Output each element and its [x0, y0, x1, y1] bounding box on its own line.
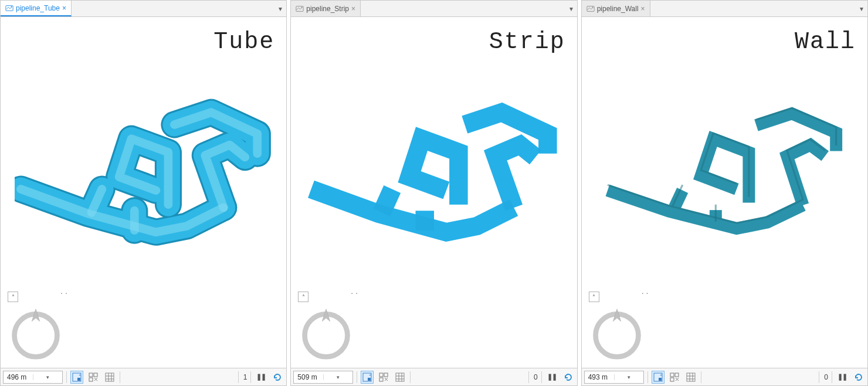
loading-indicator: ·· — [642, 288, 651, 297]
svg-rect-21 — [368, 378, 371, 381]
scale-combo[interactable]: 496 m ▾ — [3, 371, 63, 384]
scene-tab[interactable]: pipeline_Wall × — [582, 1, 650, 16]
tab-spacer — [361, 1, 565, 16]
scene-viewport[interactable]: Tube ˄ ·· — [1, 17, 286, 368]
chevron-down-icon: ▾ — [323, 374, 352, 380]
scale-combo[interactable]: 493 m ▾ — [584, 371, 644, 384]
refresh-button[interactable] — [852, 371, 865, 384]
svg-text:+: + — [79, 373, 81, 377]
profile-type-label: Wall — [795, 29, 856, 55]
scene-pane: pipeline_Tube × ▾ Tube ˄ ·· 496 m ▾ + — [0, 0, 287, 386]
scene-pane: pipeline_Strip × ▾ Strip ˄ ·· 509 m ▾ + — [290, 0, 577, 386]
scale-value: 493 m — [585, 373, 614, 381]
compass-icon[interactable] — [298, 304, 354, 361]
selection-count[interactable]: 1 — [242, 373, 247, 381]
tab-label: pipeline_Tube — [16, 4, 60, 12]
refresh-button[interactable] — [562, 371, 575, 384]
tab-overflow-button[interactable]: ▾ — [856, 1, 867, 16]
selection-count-value: 0 — [824, 373, 828, 381]
selection-count[interactable]: 0 — [533, 373, 538, 381]
close-icon[interactable]: × — [62, 4, 66, 12]
chevron-down-icon: ▾ — [33, 374, 62, 380]
scale-value: 496 m — [4, 373, 33, 381]
selection-count[interactable]: 0 — [823, 373, 828, 381]
status-bar: 509 m ▾ + 0 ❚❚ — [291, 368, 577, 385]
separator — [701, 371, 701, 383]
svg-rect-41 — [675, 373, 679, 377]
svg-rect-40 — [670, 373, 674, 377]
svg-point-2 — [15, 314, 57, 357]
scale-combo[interactable]: 509 m ▾ — [293, 371, 353, 384]
svg-point-35 — [592, 6, 593, 8]
scene-icon — [5, 4, 13, 12]
scene-tab[interactable]: pipeline_Tube × — [1, 1, 72, 16]
tab-overflow-button[interactable]: ▾ — [274, 1, 286, 16]
separator — [250, 371, 251, 383]
scene-viewport[interactable]: Strip ˄ ·· — [291, 17, 577, 368]
svg-rect-24 — [384, 373, 388, 377]
snapping-button[interactable]: + — [652, 371, 664, 384]
pause-drawing-button[interactable]: ❚❚ — [836, 371, 849, 384]
svg-text:+: + — [660, 373, 662, 377]
tab-label: pipeline_Strip — [306, 5, 349, 13]
grid-button[interactable] — [394, 371, 406, 384]
grid-split-button[interactable] — [377, 371, 390, 384]
navigator-collapse-button[interactable]: ˄ — [298, 292, 308, 302]
scene-icon — [586, 5, 595, 13]
loading-indicator: ·· — [60, 288, 70, 297]
close-icon[interactable]: × — [641, 5, 645, 13]
compass-icon[interactable] — [8, 304, 64, 361]
selection-count-value: 0 — [534, 373, 538, 381]
scene-tab[interactable]: pipeline_Strip × — [291, 1, 361, 16]
separator — [647, 371, 648, 383]
status-bar: 496 m ▾ + 1 ❚❚ — [1, 368, 286, 385]
grid-button[interactable] — [103, 371, 116, 384]
svg-rect-9 — [106, 373, 114, 381]
svg-rect-26 — [396, 373, 404, 381]
separator — [120, 371, 120, 383]
scale-value: 509 m — [294, 373, 323, 381]
loading-indicator: ·· — [351, 288, 360, 297]
grid-button[interactable] — [684, 371, 697, 384]
close-icon[interactable]: × — [351, 5, 355, 13]
separator — [238, 371, 239, 383]
snapping-button[interactable]: + — [361, 371, 374, 384]
scene-pane: pipeline_Wall × ▾ Wall ˄ ·· 493 m ▾ + — [581, 0, 868, 386]
navigator-collapse-button[interactable]: ˄ — [589, 292, 599, 302]
separator — [410, 371, 411, 383]
status-bar: 493 m ▾ + 0 ❚❚ — [582, 368, 867, 385]
separator — [541, 371, 542, 383]
grid-split-button[interactable] — [87, 371, 100, 384]
navigator: ˄ ·· — [298, 292, 354, 361]
svg-rect-38 — [659, 378, 662, 381]
svg-point-1 — [11, 6, 12, 7]
separator — [832, 371, 832, 383]
separator — [528, 371, 529, 383]
svg-text:+: + — [369, 373, 371, 377]
navigator: ˄ ·· — [8, 292, 64, 361]
tab-bar: pipeline_Tube × ▾ — [1, 1, 286, 17]
tab-label: pipeline_Wall — [597, 5, 639, 13]
scene-viewport[interactable]: Wall ˄ ·· — [582, 17, 867, 368]
svg-point-36 — [595, 314, 638, 357]
tab-overflow-button[interactable]: ▾ — [565, 1, 577, 16]
grid-split-button[interactable] — [668, 371, 681, 384]
svg-rect-25 — [379, 378, 383, 381]
snapping-button[interactable]: + — [70, 371, 83, 384]
scene-icon — [296, 5, 304, 13]
pause-drawing-button[interactable]: ❚❚ — [545, 371, 558, 384]
refresh-button[interactable] — [271, 371, 284, 384]
svg-rect-4 — [77, 378, 80, 381]
svg-rect-7 — [94, 373, 97, 377]
profile-type-label: Strip — [489, 29, 565, 55]
compass-icon[interactable] — [589, 304, 645, 361]
navigator: ˄ ·· — [589, 292, 645, 361]
selection-count-value: 1 — [243, 373, 247, 381]
chevron-down-icon: ▾ — [614, 374, 643, 380]
separator — [819, 371, 819, 383]
svg-point-18 — [301, 6, 303, 8]
navigator-collapse-button[interactable]: ˄ — [8, 292, 18, 302]
svg-rect-43 — [687, 373, 695, 381]
tab-spacer — [72, 1, 274, 16]
pause-drawing-button[interactable]: ❚❚ — [255, 371, 267, 384]
